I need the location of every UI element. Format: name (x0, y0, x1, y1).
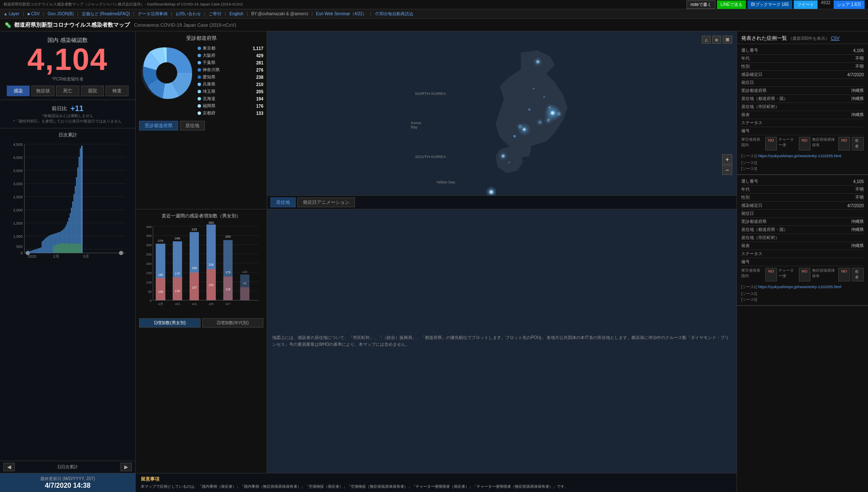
pref-name: 埼玉県 (203, 89, 254, 95)
svg-text:Korea: Korea (411, 121, 421, 125)
svg-rect-75 (60, 244, 61, 253)
pref-dot (198, 75, 201, 79)
daily-chart-area: 4,500 4,000 3,500 3,000 2,500 2,000 1,50… (3, 140, 132, 259)
svg-rect-80 (66, 243, 67, 253)
nav-contact[interactable]: お問い合わせ (176, 11, 201, 17)
case-flag-holder-2: 有者 (852, 268, 864, 281)
pref-dot (198, 111, 201, 115)
tab-asymptomatic[interactable]: 無症状 (31, 86, 54, 96)
chart-nav-next[interactable]: ▶ (120, 463, 132, 471)
svg-rect-68 (79, 157, 80, 253)
case-value-announce-2: 沖縄県 (851, 243, 864, 249)
prefecture-title: 受診都道府県 (139, 35, 263, 42)
chart-tab-gender[interactable]: 1)増加数(男女別) (139, 318, 201, 328)
line-button[interactable]: LINEで送る (717, 0, 746, 9)
nav-esri[interactable]: Esri Web Seminar（4/22） (316, 11, 367, 17)
right-panel-subtitle: （最新300件を表示） (788, 36, 829, 41)
pref-tab-diagnosis[interactable]: 受診都道府県 (139, 121, 178, 131)
map-area: NORTH KOREA Korea Bay SOUTH KOREA Yellow… (267, 31, 737, 209)
svg-text:1,500: 1,500 (13, 221, 23, 225)
nav-geojson[interactable]: Geo JSON(B) (47, 11, 74, 16)
map-grid-btn[interactable]: ⊞ (723, 36, 732, 44)
source-label3-1: [ソース3] (741, 167, 757, 171)
svg-text:152: 152 (209, 284, 214, 286)
pref-name: 北海道 (203, 96, 254, 102)
nav-define[interactable]: 定義など (Readme&FAQ) (82, 11, 130, 17)
tweet-button[interactable]: ツイート (794, 0, 818, 9)
nav-csv[interactable]: ■ CSV (27, 11, 39, 16)
tab-infection[interactable]: 感染 (7, 86, 30, 96)
case-row-city-2: 居住地（市区町村） (741, 234, 864, 242)
pref-name: 兵庫県 (203, 81, 254, 87)
source-label2-1: [ソース2] (741, 161, 757, 165)
case-source-link-1[interactable]: https://ryukyushimpo.jp/news/entry-11032… (758, 153, 841, 159)
chart-tab-age[interactable]: 2)増加数(年代別) (202, 318, 264, 328)
case-value-gender-1: 不明 (855, 64, 864, 69)
map-bottom-tabs: 居住地 発症日アニメーション (267, 195, 737, 209)
case-value-pref-1: 沖縄県 (851, 88, 864, 94)
svg-rect-42 (46, 238, 47, 253)
case-value-gender-2: 不明 (855, 195, 864, 200)
case-row-age-1: 年代 不明 (741, 55, 864, 63)
case-label-age: 年代 (741, 56, 750, 61)
svg-rect-91 (80, 244, 81, 253)
nav-donate[interactable]: ご寄付 (209, 11, 221, 17)
weekly-chart-svg: 400 350 300 250 200 150 100 50 0 (139, 222, 263, 315)
share-button[interactable]: シェア 1.6万 (834, 0, 865, 9)
map-list-btn[interactable]: ≡ (712, 36, 721, 44)
case-label-symptom: 発症日 (741, 80, 754, 86)
zoom-out-btn[interactable]: − (722, 165, 732, 175)
case-flag-asymp-1: NO (838, 137, 850, 150)
svg-rect-86 (74, 244, 75, 253)
nav-data[interactable]: データ活用事例 (138, 11, 167, 17)
tab-death[interactable]: 死亡 (56, 86, 79, 96)
case-label-symptom-2: 発症日 (741, 211, 754, 217)
case-label-pref-2: 受診都道府県 (741, 219, 767, 225)
case-row-announce-2: 発表 沖縄県 (741, 242, 864, 250)
chart-nav-label: 1)日次累計 (57, 464, 78, 470)
tab-test[interactable]: 検査 (106, 86, 128, 96)
pref-item-chiba: 千葉県 281 (198, 60, 263, 66)
svg-text:137: 137 (192, 286, 197, 289)
svg-point-120 (557, 112, 561, 116)
nav-english[interactable]: English (229, 11, 243, 16)
pref-name: 京都府 (203, 110, 254, 116)
nav-layer[interactable]: ▲ Layer (3, 11, 20, 16)
case-source-link-2[interactable]: https://ryukyushimpo.jp/news/entry-11032… (758, 284, 841, 290)
svg-text:150: 150 (146, 271, 152, 275)
svg-text:300: 300 (146, 243, 152, 247)
main-title: 都道府県別新型コロナウイルス感染者数マップ (14, 21, 130, 29)
tab-discharge[interactable]: 退院 (81, 86, 104, 96)
pref-item-tokyo: 東京都 1,117 (198, 45, 263, 51)
case-value-id-2: 4,105 (853, 179, 864, 184)
case-flag-asymp-label: 無症状病原体保有 (812, 137, 837, 150)
nav-auto[interactable]: ⏱30分毎自動再読込 (375, 11, 413, 17)
svg-text:2月: 2月 (53, 254, 59, 259)
svg-text:380: 380 (208, 222, 214, 225)
bookmark-button[interactable]: BIブックマーク 165 (748, 0, 792, 9)
right-panel-title: 発表された症例一覧 （最新300件を表示） CSV (737, 31, 868, 44)
right-panel-csv-link[interactable]: CSV (831, 36, 840, 41)
right-panel-main-title: 発表された症例一覧 (741, 35, 787, 41)
svg-text:1,000: 1,000 (13, 234, 23, 239)
case-label-confirm-2: 感染確定日 (741, 203, 762, 208)
svg-rect-82 (69, 244, 70, 253)
map-note-text: 地図上には、感染者の居住地について、「市区町村」、「（総合）振興局」、「都道府県… (272, 334, 731, 348)
svg-point-127 (537, 61, 539, 63)
zoom-in-btn[interactable]: + (722, 154, 732, 164)
svg-text:50: 50 (148, 290, 152, 294)
map-note-area: 地図上には、感染者の居住地について、「市区町村」、「（総合）振興局」、「都道府県… (267, 209, 737, 473)
case-label-announce-2: 発表 (741, 243, 750, 249)
case-row-notes-2: 備号 (741, 258, 864, 266)
svg-rect-83 (70, 244, 71, 253)
svg-text:116: 116 (226, 288, 231, 291)
map-tab-residence[interactable]: 居住地 (271, 197, 296, 207)
map-home-btn[interactable]: ⌂ (702, 36, 711, 44)
chart-nav-prev[interactable]: ◀ (3, 463, 15, 471)
svg-text:118: 118 (175, 289, 180, 292)
case-row-symptom-1: 発症日 (741, 79, 864, 87)
note-button[interactable]: noteで書く (687, 0, 715, 9)
map-tab-animation[interactable]: 発症日アニメーション (297, 197, 355, 207)
pref-tab-residence[interactable]: 居住地 (180, 121, 205, 131)
case-row-status-2: ステータス (741, 250, 864, 258)
